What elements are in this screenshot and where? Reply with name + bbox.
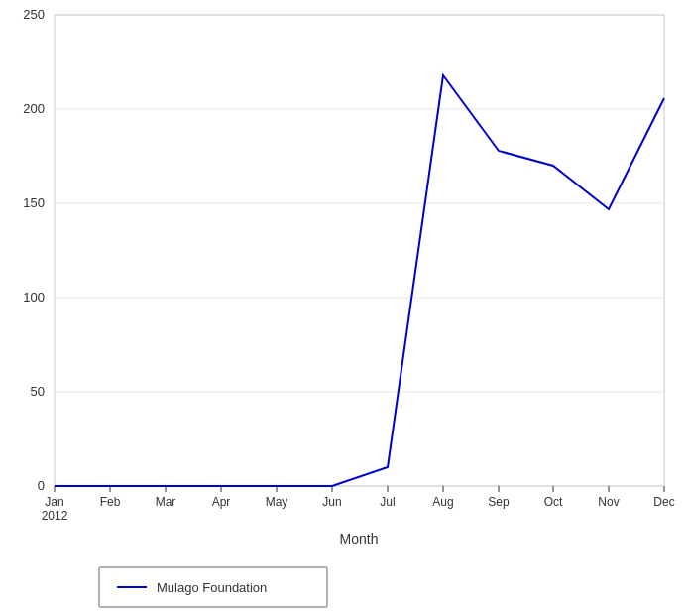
svg-rect-0 [55,15,664,486]
y-tick-100: 100 [23,290,45,305]
x-axis-label: Month [340,531,379,547]
legend-label-mulago: Mulago Foundation [157,580,267,595]
y-tick-150: 150 [23,195,45,210]
x-label-2012: 2012 [42,509,68,523]
x-label-sep: Sep [488,495,510,509]
x-label-feb: Feb [100,495,121,509]
x-label-jun: Jun [322,495,341,509]
x-label-may: May [266,495,288,509]
x-label-aug: Aug [432,495,453,509]
x-label-dec: Dec [653,495,674,509]
chart-container: 250 200 150 100 50 0 Jan 2012 Feb Mar Ap… [0,0,687,616]
x-label-oct: Oct [544,495,563,509]
y-tick-0: 0 [38,478,45,493]
x-label-nov: Nov [598,495,619,509]
y-tick-250: 250 [23,7,45,22]
y-tick-50: 50 [31,384,45,399]
x-label-jul: Jul [380,495,395,509]
x-label-jan: Jan [45,495,63,509]
x-label-apr: Apr [212,495,231,509]
y-tick-200: 200 [23,101,45,116]
x-label-mar: Mar [156,495,176,509]
